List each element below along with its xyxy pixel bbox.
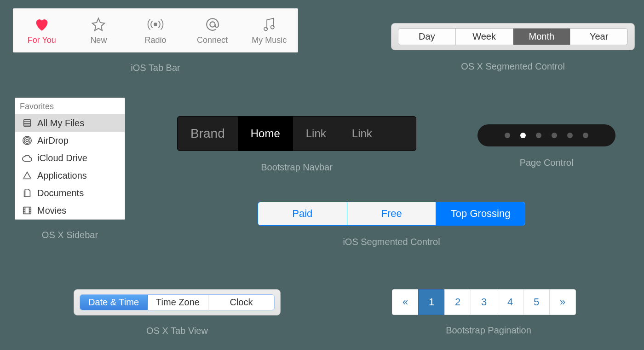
osx-segmented-control: Day Week Month Year bbox=[391, 23, 635, 50]
tab-label: My Music bbox=[252, 35, 287, 45]
tab-for-you[interactable]: For You bbox=[13, 9, 70, 52]
tab-clock[interactable]: Clock bbox=[208, 295, 274, 310]
page-dot-3[interactable] bbox=[552, 133, 557, 138]
svg-point-3 bbox=[271, 25, 274, 29]
page-dot-4[interactable] bbox=[567, 133, 573, 138]
tab-label: Connect bbox=[197, 35, 228, 45]
osx-segmented-caption: OS X Segmented Control bbox=[391, 61, 635, 72]
svg-point-1 bbox=[210, 22, 215, 27]
sidebar-item-applications[interactable]: Applications bbox=[15, 167, 125, 184]
sidebar-item-label: All My Files bbox=[37, 118, 84, 128]
sidebar-item-label: AirDrop bbox=[37, 135, 69, 146]
sidebar-item-documents[interactable]: Documents bbox=[15, 184, 125, 202]
airdrop-icon bbox=[22, 135, 33, 146]
bootstrap-pagination: « 1 2 3 4 5 » bbox=[392, 289, 585, 315]
tab-label: New bbox=[90, 35, 107, 45]
heart-icon bbox=[34, 16, 50, 33]
pagination-page-4[interactable]: 4 bbox=[497, 289, 523, 315]
segment-paid[interactable]: Paid bbox=[258, 202, 347, 225]
ios-segmented-caption: iOS Segmented Control bbox=[258, 237, 525, 247]
tab-time-zone[interactable]: Time Zone bbox=[148, 295, 208, 310]
ios-tabbar-caption: iOS Tab Bar bbox=[13, 63, 298, 73]
tab-label: Radio bbox=[144, 35, 166, 45]
sidebar-item-label: Documents bbox=[37, 188, 84, 198]
sidebar-item-label: Movies bbox=[37, 205, 66, 216]
segment-day[interactable]: Day bbox=[398, 29, 456, 45]
music-icon bbox=[262, 16, 276, 33]
page-dot-1[interactable] bbox=[520, 133, 526, 138]
sidebar-item-movies[interactable]: Movies bbox=[15, 202, 125, 219]
page-dot-2[interactable] bbox=[536, 133, 541, 138]
at-icon bbox=[205, 16, 220, 33]
pagination-page-2[interactable]: 2 bbox=[444, 289, 471, 315]
pagination-prev[interactable]: « bbox=[392, 289, 419, 315]
osx-sidebar: Favorites All My Files AirDrop iCloud Dr… bbox=[15, 98, 125, 220]
navbar-brand[interactable]: Brand bbox=[178, 117, 238, 151]
sidebar-header: Favorites bbox=[15, 98, 125, 114]
nav-item-link-1[interactable]: Link bbox=[293, 117, 339, 151]
page-dot-5[interactable] bbox=[583, 133, 588, 138]
sidebar-item-airdrop[interactable]: AirDrop bbox=[15, 132, 125, 149]
cloud-icon bbox=[22, 152, 33, 163]
bootstrap-pagination-caption: Bootstrap Pagination bbox=[392, 325, 585, 336]
tab-my-music[interactable]: My Music bbox=[241, 9, 298, 52]
svg-rect-12 bbox=[23, 207, 31, 214]
osx-tab-view: Date & Time Time Zone Clock bbox=[74, 289, 281, 315]
svg-point-9 bbox=[24, 138, 30, 144]
tab-new[interactable]: New bbox=[70, 9, 127, 52]
pagination-next[interactable]: » bbox=[549, 289, 576, 315]
documents-icon bbox=[22, 187, 33, 198]
segment-year[interactable]: Year bbox=[570, 29, 627, 45]
movies-icon bbox=[22, 205, 33, 216]
segment-week[interactable]: Week bbox=[456, 29, 513, 45]
page-control-caption: Page Control bbox=[477, 158, 615, 168]
segment-free[interactable]: Free bbox=[347, 202, 437, 225]
nav-item-link-2[interactable]: Link bbox=[339, 117, 385, 151]
sidebar-item-label: Applications bbox=[37, 170, 87, 181]
bootstrap-navbar: Brand Home Link Link bbox=[177, 116, 416, 151]
tab-radio[interactable]: Radio bbox=[127, 9, 184, 52]
page-dot-0[interactable] bbox=[505, 133, 510, 138]
pagination-page-5[interactable]: 5 bbox=[523, 289, 550, 315]
applications-icon bbox=[22, 170, 33, 181]
tab-connect[interactable]: Connect bbox=[184, 9, 241, 52]
bootstrap-navbar-caption: Bootstrap Navbar bbox=[177, 162, 416, 173]
ios-segmented-control: Paid Free Top Grossing bbox=[258, 202, 525, 226]
segment-top-grossing[interactable]: Top Grossing bbox=[436, 202, 525, 225]
osx-tabview-caption: OS X Tab View bbox=[74, 326, 281, 336]
all-files-icon bbox=[22, 117, 33, 128]
radio-icon bbox=[146, 16, 165, 33]
sidebar-item-icloud-drive[interactable]: iCloud Drive bbox=[15, 149, 125, 167]
page-control bbox=[477, 124, 615, 146]
svg-point-8 bbox=[26, 139, 29, 142]
tab-date-time[interactable]: Date & Time bbox=[80, 295, 148, 310]
star-icon bbox=[91, 16, 106, 33]
sidebar-item-label: iCloud Drive bbox=[37, 153, 87, 163]
ios-tab-bar: For You New Radio Connect My Music bbox=[13, 8, 298, 52]
pagination-page-3[interactable]: 3 bbox=[471, 289, 497, 315]
pagination-page-1[interactable]: 1 bbox=[418, 289, 445, 315]
svg-point-0 bbox=[154, 23, 157, 26]
sidebar-item-all-my-files[interactable]: All My Files bbox=[15, 114, 125, 132]
nav-item-home[interactable]: Home bbox=[238, 117, 293, 151]
tab-label: For You bbox=[28, 35, 56, 45]
osx-sidebar-caption: OS X Sidebar bbox=[15, 230, 125, 240]
segment-month[interactable]: Month bbox=[513, 29, 571, 45]
